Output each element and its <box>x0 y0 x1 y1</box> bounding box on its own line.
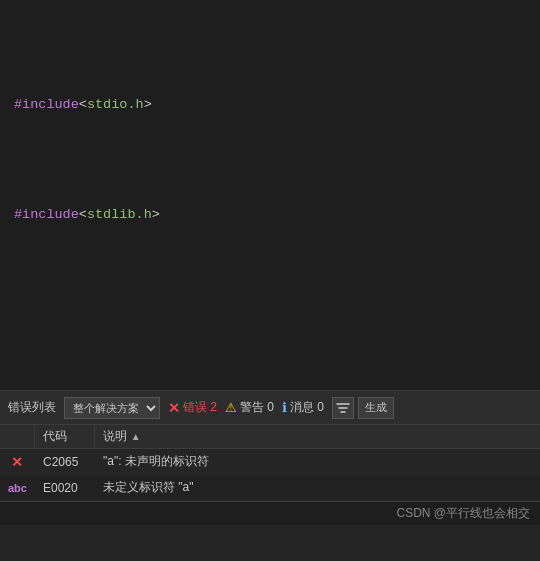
info-count-label: 消息 0 <box>290 399 324 416</box>
error-table: 代码 说明 ▲ ✕ C2065 "a": 未声明的标识符 abc E <box>0 425 540 501</box>
col-code-header: 代码 <box>35 425 95 449</box>
error-x-icon-1: ✕ <box>11 454 23 470</box>
filter-icon-btn[interactable] <box>332 397 354 419</box>
sort-arrow-icon: ▲ <box>131 431 141 442</box>
line-content-2: #include<stdlib.h> <box>6 204 540 226</box>
error-desc-cell-2: 未定义标识符 "a" <box>95 475 540 501</box>
footer: CSDN @平行线也会相交 <box>0 501 540 525</box>
filter-icon <box>336 401 350 415</box>
error-code-cell-2: E0020 <box>35 475 95 501</box>
error-count-label: 错误 2 <box>183 399 217 416</box>
error-abc-icon-2: abc <box>8 482 27 494</box>
info-badge: ℹ 消息 0 <box>282 399 324 416</box>
error-icon-cell-1: ✕ <box>0 449 35 475</box>
build-button[interactable]: 生成 <box>358 397 394 419</box>
info-icon: ℹ <box>282 400 287 415</box>
error-code-cell-1: C2065 <box>35 449 95 475</box>
error-badge: ✕ 错误 2 <box>168 399 217 416</box>
scope-select[interactable]: 整个解决方案 <box>64 397 160 419</box>
error-icon-cell-2: abc <box>0 475 35 501</box>
line-content-1: #include<stdio.h> <box>6 94 540 116</box>
col-desc-header: 说明 ▲ <box>95 425 540 449</box>
warn-count-label: 警告 0 <box>240 399 274 416</box>
line-content-3 <box>14 314 540 336</box>
error-desc-cell-1: "a": 未声明的标识符 <box>95 449 540 475</box>
error-toolbar: 错误列表 整个解决方案 ✕ 错误 2 ⚠ 警告 0 ℹ 消息 0 生成 <box>0 391 540 425</box>
error-row-1[interactable]: ✕ C2065 "a": 未声明的标识符 <box>0 449 540 475</box>
error-x-icon: ✕ <box>168 400 180 416</box>
code-content: #include<stdio.h> #include<stdlib.h> //i… <box>0 0 540 390</box>
warn-badge: ⚠ 警告 0 <box>225 399 274 416</box>
code-line-1: #include<stdio.h> <box>0 94 540 116</box>
watermark-text: CSDN @平行线也会相交 <box>396 505 530 522</box>
error-panel: 错误列表 整个解决方案 ✕ 错误 2 ⚠ 警告 0 ℹ 消息 0 生成 <box>0 390 540 561</box>
error-panel-label: 错误列表 <box>8 399 56 416</box>
error-row-2[interactable]: abc E0020 未定义标识符 "a" <box>0 475 540 501</box>
error-table-head: 代码 说明 ▲ <box>0 425 540 449</box>
editor-area: #include<stdio.h> #include<stdlib.h> //i… <box>0 0 540 390</box>
warn-icon: ⚠ <box>225 400 237 415</box>
code-line-3 <box>0 314 540 336</box>
code-line-2: #include<stdlib.h> <box>0 204 540 226</box>
col-icon-header <box>0 425 35 449</box>
error-table-body: ✕ C2065 "a": 未声明的标识符 abc E0020 未定义标识符 "a… <box>0 449 540 501</box>
